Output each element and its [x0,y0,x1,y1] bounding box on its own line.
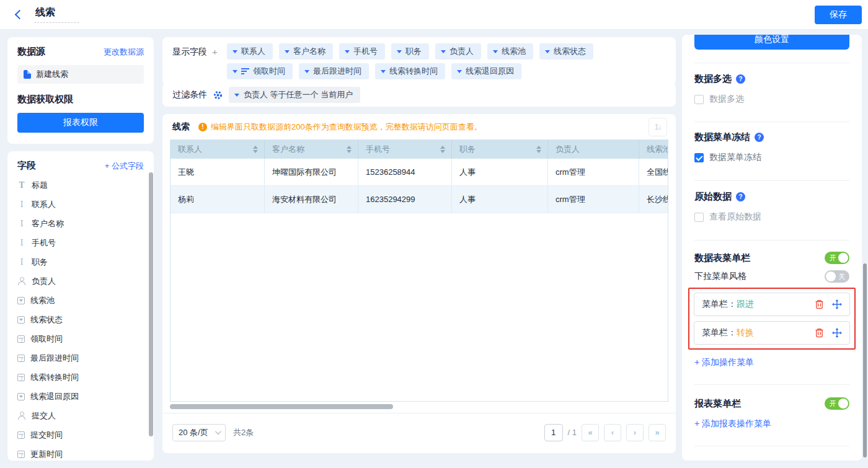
datasource-item[interactable]: 新建线索 [17,65,144,84]
person-icon [17,277,26,286]
move-icon[interactable] [832,328,842,338]
save-button[interactable]: 保存 [815,6,862,24]
field-item[interactable]: 职务 [17,252,144,272]
field-chip[interactable]: 领取时间 [227,63,293,79]
table-menu-toggle[interactable]: 开 [825,252,849,264]
add-display-field-button[interactable]: + [212,46,218,81]
chevron-down-icon [304,70,309,73]
display-fields-panel: 显示字段 + 联系人 客户名称 手机号 职务 负责人 线索池 线索状态 领取时间… [162,37,676,86]
chevron-down-icon [457,70,462,73]
field-item[interactable]: 提交时间 [17,425,144,444]
field-item[interactable]: 线索退回原因 [17,387,144,406]
sort-icons[interactable] [440,146,445,153]
field-chip[interactable]: 线索转换时间 [375,63,445,79]
sort-icons[interactable] [536,146,541,153]
next-page-button[interactable]: › [626,424,644,441]
chevron-down-icon [545,50,550,53]
raw-data-title: 原始数据 [694,191,732,203]
field-item[interactable]: 线索转换时间 [17,368,144,387]
display-fields-label: 显示字段 [172,46,207,81]
field-chip[interactable]: 线索状态 [539,43,593,60]
field-item[interactable]: 标题 [17,175,144,195]
column-header: 手机号 [358,140,452,159]
help-icon[interactable]: ? [736,192,745,201]
horizontal-scrollbar-track [170,404,668,409]
field-chip[interactable]: 联系人 [227,43,273,60]
sort-icons[interactable] [347,146,352,153]
change-datasource-link[interactable]: 更改数据源 [104,46,144,58]
add-report-menu-link[interactable]: + 添加报表操作菜单 [694,418,849,430]
add-formula-field-link[interactable]: + 公式字段 [105,161,144,172]
notice-text: 编辑界面只取数据源前200条作为查询数据预览，完整数据请访问页面查看。 [211,121,482,133]
table-row: 王晓 坤曜国际有限公司 15236258944 人事 crm管理 全国线索 [170,159,668,186]
page-number-input[interactable]: 1 [544,424,563,441]
help-icon[interactable]: ? [755,133,764,142]
column-header: 联系人 [170,140,265,159]
field-chip[interactable]: 职务 [391,43,429,60]
field-chip[interactable]: 负责人 [435,43,481,60]
fields-scrollbar[interactable] [149,172,153,436]
page-title[interactable]: 线索 [34,6,79,23]
dropdown-style-toggle[interactable]: 关 [825,270,849,283]
chevron-down-icon [232,70,237,73]
top-bar: 线索 保存 [0,0,868,30]
title-icon [17,181,26,190]
menu-freeze-checkbox[interactable]: 数据菜单冻结 [694,152,849,163]
chevron-down-icon [441,50,446,53]
field-chip[interactable]: 最后跟进时间 [299,63,369,79]
settings-panel: 颜色设置 数据多选 ? 数据多选 数据菜单冻结 ? 数据菜单冻结 原始数据 ? … [682,35,862,461]
text-icon [17,258,26,267]
field-item[interactable]: 负责人 [17,272,144,291]
horizontal-scrollbar[interactable] [170,404,393,409]
action-menu-item[interactable]: 菜单栏： 跟进 [694,293,850,316]
field-chip[interactable]: 客户名称 [279,43,333,60]
text-icon [17,219,26,228]
move-icon[interactable] [832,299,842,309]
calendar-icon [17,355,25,362]
action-menu-item[interactable]: 菜单栏： 转换 [694,321,850,345]
field-chip[interactable]: 线索退回原因 [451,63,521,79]
first-page-button[interactable]: « [582,424,599,441]
raw-data-checkbox[interactable]: 查看原始数据 [694,211,849,223]
field-item[interactable]: 最后跟进时间 [17,348,144,368]
field-item[interactable]: 线索池 [17,291,144,310]
trash-icon[interactable] [815,299,824,309]
warning-icon: ! [198,123,207,131]
trash-icon[interactable] [815,328,824,338]
settings-scrollbar[interactable] [863,263,867,457]
last-page-button[interactable]: » [649,424,666,441]
page-size-select[interactable]: 20 条/页 [172,424,226,441]
data-preview-panel: 线索 ! 编辑界面只取数据源前200条作为查询数据预览，完整数据请访问页面查看。… [162,114,676,453]
field-item[interactable]: 线索状态 [17,310,144,329]
color-settings-button[interactable]: 颜色设置 [694,35,849,50]
access-title: 数据获取权限 [17,94,144,105]
field-item[interactable]: 领取时间 [17,329,144,348]
field-item[interactable]: 更新时间 [17,444,144,461]
page-total: / 1 [568,428,577,437]
report-permission-button[interactable]: 报表权限 [17,113,144,133]
filter-label: 过滤条件 [172,89,207,100]
multi-select-checkbox[interactable]: 数据多选 [694,94,849,105]
field-chip[interactable]: 手机号 [339,43,385,60]
chevron-down-icon [215,428,221,435]
field-item[interactable]: 联系人 [17,195,144,214]
multi-select-title: 数据多选 [694,73,732,85]
help-icon[interactable]: ? [736,74,745,84]
sort-order-icon[interactable]: 1↓ [649,118,667,136]
prev-page-button[interactable]: ‹ [604,424,621,441]
add-action-menu-link[interactable]: + 添加操作菜单 [694,357,849,368]
gear-icon[interactable] [213,91,223,100]
filter-condition-chip[interactable]: 负责人 等于任意一个 当前用户 [229,87,360,103]
select-icon [17,316,25,324]
sort-icons[interactable] [253,146,258,153]
field-item[interactable]: 手机号 [17,233,144,252]
field-item[interactable]: 提交人 [17,406,144,425]
chevron-down-icon [397,50,402,53]
column-header: 职务 [452,140,548,159]
back-icon[interactable] [15,10,25,20]
report-menu-toggle[interactable]: 开 [825,397,849,410]
field-chip[interactable]: 线索池 [487,43,533,60]
field-item[interactable]: 客户名称 [17,214,144,233]
menu-freeze-title: 数据菜单冻结 [694,131,750,143]
fields-list: 标题 联系人 客户名称 手机号 职务 负责人 线索池 线索状态 领取时间 最后跟… [17,175,144,461]
